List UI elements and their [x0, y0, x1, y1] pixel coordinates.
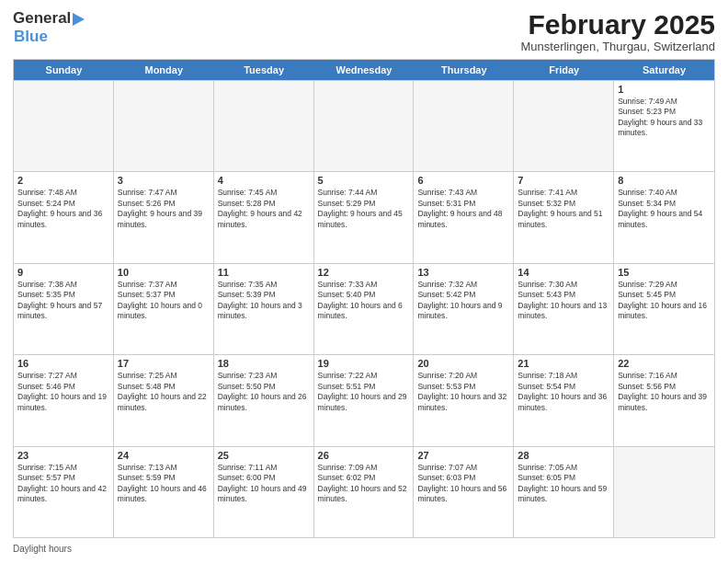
- header-sunday: Sunday: [14, 60, 114, 80]
- day-number-24: 24: [118, 450, 210, 461]
- day-info-1: Sunrise: 7:49 AMSunset: 5:23 PMDaylight:…: [618, 97, 711, 139]
- day-number-25: 25: [218, 450, 310, 461]
- day-info-22: Sunrise: 7:16 AMSunset: 5:56 PMDaylight:…: [618, 371, 711, 413]
- day-cell-3-1: 17Sunrise: 7:25 AMSunset: 5:48 PMDayligh…: [114, 355, 214, 445]
- day-cell-4-1: 24Sunrise: 7:13 AMSunset: 5:59 PMDayligh…: [114, 447, 214, 537]
- day-cell-0-3: [314, 81, 415, 171]
- day-cell-1-4: 6Sunrise: 7:43 AMSunset: 5:31 PMDaylight…: [414, 172, 514, 262]
- header: General Blue February 2025 Munsterlingen…: [13, 9, 715, 53]
- day-number-2: 2: [17, 175, 109, 186]
- day-info-23: Sunrise: 7:15 AMSunset: 5:57 PMDaylight:…: [17, 463, 109, 505]
- calendar-header: Sunday Monday Tuesday Wednesday Thursday…: [14, 60, 714, 80]
- calendar: Sunday Monday Tuesday Wednesday Thursday…: [13, 59, 715, 538]
- logo-general-text: General: [13, 9, 71, 28]
- day-cell-3-0: 16Sunrise: 7:27 AMSunset: 5:46 PMDayligh…: [14, 355, 114, 445]
- day-cell-4-3: 26Sunrise: 7:09 AMSunset: 6:02 PMDayligh…: [314, 447, 415, 537]
- day-number-3: 3: [118, 175, 210, 186]
- day-number-5: 5: [318, 175, 410, 186]
- day-cell-1-0: 2Sunrise: 7:48 AMSunset: 5:24 PMDaylight…: [14, 172, 114, 262]
- logo-arrow-icon: [73, 13, 85, 26]
- day-cell-4-0: 23Sunrise: 7:15 AMSunset: 5:57 PMDayligh…: [14, 447, 114, 537]
- day-info-17: Sunrise: 7:25 AMSunset: 5:48 PMDaylight:…: [118, 371, 210, 413]
- day-cell-2-3: 12Sunrise: 7:33 AMSunset: 5:40 PMDayligh…: [314, 264, 415, 354]
- header-friday: Friday: [514, 60, 614, 80]
- day-info-14: Sunrise: 7:30 AMSunset: 5:43 PMDaylight:…: [518, 280, 609, 322]
- page: General Blue February 2025 Munsterlingen…: [0, 0, 728, 563]
- day-info-24: Sunrise: 7:13 AMSunset: 5:59 PMDaylight:…: [118, 463, 210, 505]
- day-cell-2-1: 10Sunrise: 7:37 AMSunset: 5:37 PMDayligh…: [114, 264, 214, 354]
- day-info-13: Sunrise: 7:32 AMSunset: 5:42 PMDaylight:…: [417, 280, 509, 322]
- day-number-4: 4: [218, 175, 310, 186]
- day-cell-0-5: [514, 81, 614, 171]
- day-cell-1-1: 3Sunrise: 7:47 AMSunset: 5:26 PMDaylight…: [114, 172, 214, 262]
- day-info-7: Sunrise: 7:41 AMSunset: 5:32 PMDaylight:…: [518, 188, 609, 230]
- day-cell-0-4: [414, 81, 514, 171]
- day-number-28: 28: [518, 450, 609, 461]
- day-info-9: Sunrise: 7:38 AMSunset: 5:35 PMDaylight:…: [17, 280, 109, 322]
- day-info-11: Sunrise: 7:35 AMSunset: 5:39 PMDaylight:…: [218, 280, 310, 322]
- day-info-19: Sunrise: 7:22 AMSunset: 5:51 PMDaylight:…: [318, 371, 410, 413]
- day-cell-4-2: 25Sunrise: 7:11 AMSunset: 6:00 PMDayligh…: [214, 447, 314, 537]
- day-cell-3-2: 18Sunrise: 7:23 AMSunset: 5:50 PMDayligh…: [214, 355, 314, 445]
- day-info-6: Sunrise: 7:43 AMSunset: 5:31 PMDaylight:…: [417, 188, 509, 230]
- day-number-12: 12: [318, 267, 410, 278]
- day-number-6: 6: [417, 175, 509, 186]
- day-info-15: Sunrise: 7:29 AMSunset: 5:45 PMDaylight:…: [618, 280, 711, 322]
- day-number-9: 9: [17, 267, 109, 278]
- day-info-2: Sunrise: 7:48 AMSunset: 5:24 PMDaylight:…: [17, 188, 109, 230]
- day-cell-1-5: 7Sunrise: 7:41 AMSunset: 5:32 PMDaylight…: [514, 172, 614, 262]
- day-number-18: 18: [218, 358, 310, 369]
- day-number-26: 26: [318, 450, 410, 461]
- location: Munsterlingen, Thurgau, Switzerland: [521, 40, 716, 53]
- day-cell-3-3: 19Sunrise: 7:22 AMSunset: 5:51 PMDayligh…: [314, 355, 415, 445]
- day-info-12: Sunrise: 7:33 AMSunset: 5:40 PMDaylight:…: [318, 280, 410, 322]
- day-number-15: 15: [618, 267, 711, 278]
- day-info-26: Sunrise: 7:09 AMSunset: 6:02 PMDaylight:…: [318, 463, 410, 505]
- day-cell-3-6: 22Sunrise: 7:16 AMSunset: 5:56 PMDayligh…: [614, 355, 714, 445]
- day-number-19: 19: [318, 358, 410, 369]
- day-number-21: 21: [518, 358, 609, 369]
- day-info-16: Sunrise: 7:27 AMSunset: 5:46 PMDaylight:…: [17, 371, 109, 413]
- day-info-8: Sunrise: 7:40 AMSunset: 5:34 PMDaylight:…: [618, 188, 711, 230]
- day-cell-0-6: 1Sunrise: 7:49 AMSunset: 5:23 PMDaylight…: [614, 81, 714, 171]
- day-info-10: Sunrise: 7:37 AMSunset: 5:37 PMDaylight:…: [118, 280, 210, 322]
- header-thursday: Thursday: [414, 60, 514, 80]
- day-number-22: 22: [618, 358, 711, 369]
- day-number-23: 23: [17, 450, 109, 461]
- day-info-20: Sunrise: 7:20 AMSunset: 5:53 PMDaylight:…: [417, 371, 509, 413]
- day-number-8: 8: [618, 175, 711, 186]
- day-number-20: 20: [417, 358, 509, 369]
- week-row-1: 2Sunrise: 7:48 AMSunset: 5:24 PMDaylight…: [14, 171, 714, 262]
- day-info-18: Sunrise: 7:23 AMSunset: 5:50 PMDaylight:…: [218, 371, 310, 413]
- daylight-label: Daylight hours: [13, 544, 72, 554]
- day-number-1: 1: [618, 84, 711, 95]
- day-number-17: 17: [118, 358, 210, 369]
- day-info-5: Sunrise: 7:44 AMSunset: 5:29 PMDaylight:…: [318, 188, 410, 230]
- day-number-13: 13: [417, 267, 509, 278]
- day-cell-2-4: 13Sunrise: 7:32 AMSunset: 5:42 PMDayligh…: [414, 264, 514, 354]
- day-cell-4-6: [614, 447, 714, 537]
- day-number-16: 16: [17, 358, 109, 369]
- day-info-21: Sunrise: 7:18 AMSunset: 5:54 PMDaylight:…: [518, 371, 609, 413]
- day-cell-2-0: 9Sunrise: 7:38 AMSunset: 5:35 PMDaylight…: [14, 264, 114, 354]
- footer: Daylight hours: [13, 544, 715, 554]
- logo: General Blue: [13, 9, 85, 46]
- day-info-25: Sunrise: 7:11 AMSunset: 6:00 PMDaylight:…: [218, 463, 310, 505]
- day-info-3: Sunrise: 7:47 AMSunset: 5:26 PMDaylight:…: [118, 188, 210, 230]
- week-row-4: 23Sunrise: 7:15 AMSunset: 5:57 PMDayligh…: [14, 446, 714, 537]
- day-cell-0-2: [214, 81, 314, 171]
- header-tuesday: Tuesday: [214, 60, 314, 80]
- day-cell-2-2: 11Sunrise: 7:35 AMSunset: 5:39 PMDayligh…: [214, 264, 314, 354]
- week-row-2: 9Sunrise: 7:38 AMSunset: 5:35 PMDaylight…: [14, 263, 714, 354]
- day-cell-3-5: 21Sunrise: 7:18 AMSunset: 5:54 PMDayligh…: [514, 355, 614, 445]
- day-number-10: 10: [118, 267, 210, 278]
- day-cell-1-3: 5Sunrise: 7:44 AMSunset: 5:29 PMDaylight…: [314, 172, 415, 262]
- logo-blue-text: Blue: [14, 28, 85, 46]
- day-cell-1-2: 4Sunrise: 7:45 AMSunset: 5:28 PMDaylight…: [214, 172, 314, 262]
- week-row-3: 16Sunrise: 7:27 AMSunset: 5:46 PMDayligh…: [14, 354, 714, 445]
- day-cell-1-6: 8Sunrise: 7:40 AMSunset: 5:34 PMDaylight…: [614, 172, 714, 262]
- day-info-4: Sunrise: 7:45 AMSunset: 5:28 PMDaylight:…: [218, 188, 310, 230]
- day-info-28: Sunrise: 7:05 AMSunset: 6:05 PMDaylight:…: [518, 463, 609, 505]
- day-cell-2-6: 15Sunrise: 7:29 AMSunset: 5:45 PMDayligh…: [614, 264, 714, 354]
- header-monday: Monday: [114, 60, 214, 80]
